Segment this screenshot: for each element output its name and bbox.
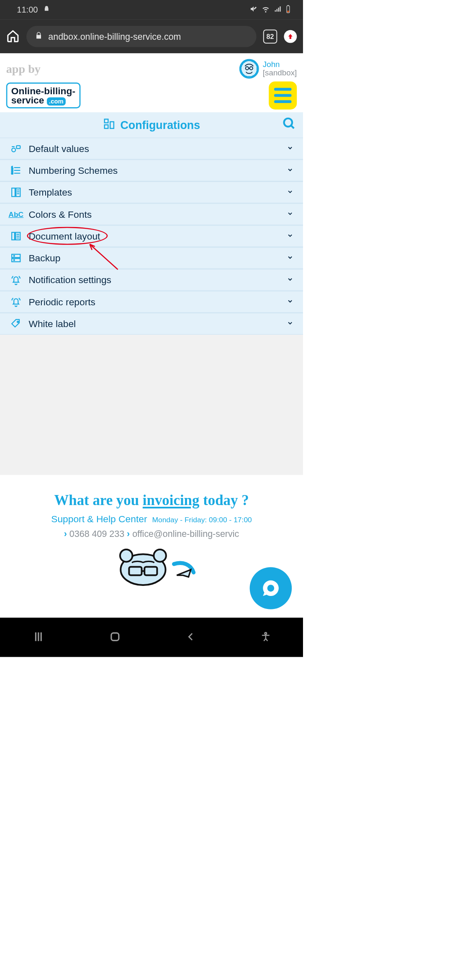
support-link[interactable]: Support & Help Center: [51, 513, 147, 524]
svg-point-22: [17, 321, 18, 322]
menu-label: Default values: [28, 143, 89, 154]
gauge-icon: [9, 143, 23, 154]
android-nav-bar: [0, 618, 303, 657]
update-badge-icon[interactable]: [284, 30, 297, 43]
url-bar[interactable]: andbox.online-billing-service.com: [26, 26, 257, 47]
content-spacer: [0, 335, 303, 475]
browser-toolbar: andbox.online-billing-service.com 82: [0, 20, 303, 53]
home-button[interactable]: [108, 630, 121, 645]
logo-suffix: .com: [47, 98, 66, 106]
user-env: [sandbox]: [263, 69, 297, 77]
menu-label: Document layout: [28, 231, 100, 242]
support-phone[interactable]: 0368 409 233: [69, 529, 124, 539]
menu-item-document-layout[interactable]: Document layout: [0, 225, 303, 247]
archive-icon: [9, 253, 23, 264]
svg-rect-2: [287, 10, 289, 12]
tag-icon: [9, 318, 23, 330]
menu-label: Colors & Fonts: [28, 209, 92, 219]
menu-label: Backup: [28, 253, 60, 263]
svg-point-4: [249, 67, 252, 70]
menu-label: Periodic reports: [28, 297, 95, 307]
svg-rect-14: [12, 188, 15, 196]
chevron-down-icon: [287, 254, 293, 262]
numbered-list-icon: 123: [9, 165, 23, 176]
menu-item-white-label[interactable]: White label: [0, 313, 303, 335]
tagline-pre: What are you: [54, 492, 142, 508]
page-title: Configurations: [120, 119, 200, 131]
chevron-down-icon: [287, 320, 293, 328]
avatar: [239, 59, 259, 79]
tagline-em: invoicing: [143, 492, 200, 508]
menu-item-backup[interactable]: Backup: [0, 247, 303, 269]
search-icon[interactable]: [282, 117, 296, 134]
svg-point-25: [154, 549, 166, 562]
menu-item-templates[interactable]: Templates: [0, 181, 303, 203]
layout-icon: [9, 230, 23, 242]
status-time: 11:00: [17, 5, 38, 15]
accessibility-button[interactable]: [260, 631, 271, 643]
svg-point-24: [120, 549, 132, 562]
svg-point-8: [284, 119, 293, 127]
svg-point-9: [12, 148, 15, 152]
menu-label: White label: [28, 318, 76, 329]
config-menu: Default values 123 Numbering Schemes Tem…: [0, 137, 303, 335]
support-email[interactable]: office@online-billing-servic: [132, 529, 239, 539]
page-title-bar: Configurations: [0, 112, 303, 137]
svg-rect-6: [105, 125, 108, 129]
android-status-bar: 11:00: [0, 0, 303, 20]
battery-icon: [285, 5, 290, 15]
menu-item-notification-settings[interactable]: Notification settings: [0, 269, 303, 291]
svg-rect-29: [111, 633, 119, 640]
svg-rect-18: [12, 254, 20, 258]
menu-label: Templates: [28, 187, 72, 198]
svg-rect-1: [288, 5, 289, 6]
tab-count-value: 82: [267, 33, 274, 41]
chevron-down-icon: [287, 298, 293, 306]
hamburger-menu-button[interactable]: [269, 81, 297, 109]
chevron-down-icon: [287, 210, 293, 218]
svg-rect-10: [16, 146, 20, 149]
chevron-down-icon: [287, 232, 293, 240]
svg-point-28: [267, 585, 275, 592]
chevron-down-icon: [287, 188, 293, 196]
menu-item-periodic-reports[interactable]: Periodic reports: [0, 291, 303, 313]
back-button[interactable]: [185, 631, 196, 643]
tagline-post: today ?: [199, 492, 249, 508]
svg-rect-16: [12, 232, 15, 240]
download-queue-icon: [43, 5, 50, 15]
chevron-down-icon: [287, 276, 293, 284]
svg-point-20: [14, 255, 15, 256]
menu-item-numbering-schemes[interactable]: 123 Numbering Schemes: [0, 160, 303, 181]
tab-count-button[interactable]: 82: [263, 29, 277, 44]
site-logo[interactable]: Online-billing- service .com: [6, 83, 80, 108]
lock-icon: [35, 31, 43, 42]
bell-icon: [9, 274, 23, 286]
chat-fab-button[interactable]: [250, 567, 292, 609]
chevron-down-icon: [287, 144, 293, 152]
user-menu[interactable]: John [sandbox]: [239, 59, 297, 79]
svg-point-21: [14, 260, 15, 260]
wifi-icon: [262, 5, 270, 15]
menu-label: Notification settings: [28, 274, 111, 285]
menu-item-colors-fonts[interactable]: AbC Colors & Fonts: [0, 203, 303, 225]
signal-icon: [274, 5, 282, 15]
svg-point-30: [265, 632, 266, 634]
page-footer: What are you invoicing today ? Support &…: [0, 475, 303, 583]
logo-line2: service: [11, 95, 44, 106]
chevron-down-icon: [287, 167, 293, 175]
menu-label: Numbering Schemes: [28, 165, 118, 176]
app-by-label: app by: [6, 62, 41, 75]
svg-rect-5: [105, 119, 108, 123]
mute-icon: [250, 5, 258, 15]
typography-icon: AbC: [9, 210, 23, 219]
url-text: andbox.online-billing-service.com: [48, 31, 181, 42]
bell-outline-icon: [9, 296, 23, 307]
recents-button[interactable]: [32, 630, 45, 645]
mascot-bear-icon: [101, 544, 202, 587]
home-icon[interactable]: [6, 29, 20, 44]
menu-item-default-values[interactable]: Default values: [0, 137, 303, 159]
template-icon: [9, 187, 23, 198]
config-icon: [103, 118, 115, 133]
svg-point-3: [245, 67, 248, 70]
svg-rect-7: [110, 121, 114, 128]
